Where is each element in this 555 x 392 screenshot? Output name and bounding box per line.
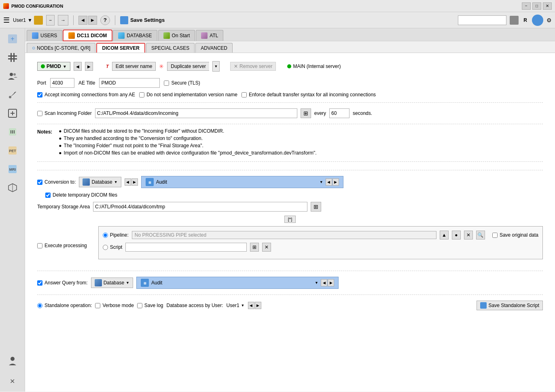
pipeline-radio-label[interactable]: Pipeline: [103,232,129,238]
tab-advanced[interactable]: ADVANCED [195,43,233,53]
server-dropdown[interactable]: PMOD ▼ [37,62,70,71]
save-log-checkbox[interactable] [137,303,142,308]
scan-incoming-label[interactable]: Scan Incoming Folder [37,110,92,116]
seconds-input[interactable] [329,108,350,118]
tab-users[interactable]: USERS [27,30,62,41]
pipeline-circle-button[interactable]: ● [452,231,461,239]
secure-tls-checkbox[interactable] [164,81,169,86]
sidebar-item-person[interactable] [2,352,23,370]
conversion-type-dropdown[interactable]: Database ▼ [79,177,121,187]
conversion-checkbox-label[interactable]: Conversion to: [37,179,76,185]
script-radio[interactable] [103,245,108,250]
remove-server-button[interactable]: ✕ Remove server [230,62,276,71]
accept-incoming-checkbox[interactable] [37,92,42,97]
expand-button[interactable]: [*] [284,216,296,223]
script-browse-button[interactable]: ⊞ [250,243,259,252]
db-user-prev-button[interactable]: ◀ [248,302,254,309]
sidebar-item-pet[interactable]: PET [2,142,23,159]
tab-nodes[interactable]: ⊙ NODEs [C-STORE, Q/R] [27,43,95,53]
ae-title-input[interactable] [99,78,160,88]
query-destination-dropdown[interactable]: ⊞ Audit ▼ ◀ ▶ [136,277,339,289]
accept-incoming-label[interactable]: Accept incoming connections from any AE [37,92,135,97]
tab-atl[interactable]: ATL [196,30,223,41]
help-button[interactable]: ? [100,15,110,25]
tab-database[interactable]: DATABASE [113,30,157,41]
edit-server-button[interactable]: Edit server name [112,62,156,71]
save-log-label[interactable]: Save log [137,303,163,308]
sidebar-item-grid[interactable] [2,49,23,66]
script-x-button[interactable]: ✕ [262,243,271,252]
delete-temp-label[interactable]: Delete temporary DICOM files [45,192,117,198]
audit-destination-dropdown[interactable]: ⊞ Audit ▼ ◀ ▶ [141,176,343,188]
sidebar-item-close[interactable]: ✕ [2,372,23,390]
minimize-button[interactable]: − [522,2,531,10]
db-user-selector[interactable]: User1 ▼ [227,303,245,308]
avatar[interactable] [532,15,543,26]
duplicate-server-button[interactable]: Duplicate server [167,62,209,71]
script-input[interactable] [125,243,247,252]
user-selector[interactable]: User1 ▼ [13,16,43,25]
incoming-browse-button[interactable]: ⊞ [301,108,311,118]
enforce-transfer-label[interactable]: Enforce default transfer syntax for all … [241,92,376,97]
script-radio-label[interactable]: Script [103,244,123,250]
maximize-button[interactable]: □ [532,2,541,10]
server-next-button[interactable]: ▶ [85,62,93,71]
no-impl-version-label[interactable]: Do not send implementation version name [139,92,237,97]
answer-query-label[interactable]: Answer Query from: [37,280,88,286]
conv-prev-button[interactable]: ◀ [125,178,131,186]
tab-dicom[interactable]: DC11 DICOM [63,30,112,41]
no-impl-version-checkbox[interactable] [139,92,144,97]
conversion-checkbox[interactable] [37,180,42,185]
pipeline-x-button[interactable]: ✕ [464,231,473,239]
pipeline-search-button[interactable]: 🔍 [476,231,485,239]
sidebar-item-users[interactable] [2,67,23,85]
verbose-mode-checkbox[interactable] [95,303,100,308]
view-icon[interactable] [510,16,519,25]
sidebar-item-add[interactable]: + [2,30,23,48]
hamburger-menu[interactable]: ☰ [3,16,10,25]
pipeline-up-button[interactable]: ▲ [440,231,449,239]
sidebar-item-plus-box[interactable] [2,104,23,122]
search-input[interactable] [458,15,506,25]
tab-special-cases[interactable]: SPECIAL CASES [146,43,195,53]
audit-next-button[interactable]: ▶ [333,178,339,186]
port-input[interactable] [50,78,74,88]
save-standalone-script-button[interactable]: Save Standalone Script [477,301,543,310]
nav-left-button[interactable]: ◀ [78,16,87,25]
sidebar-item-3d[interactable] [2,179,23,197]
query-type-dropdown[interactable]: Database ▼ [91,278,133,288]
db-user-next-button[interactable]: ▶ [255,302,261,309]
settings-icon[interactable]: ⚙ [547,17,552,23]
standalone-radio[interactable] [37,303,42,308]
execute-processing-checkbox[interactable] [37,243,42,248]
sidebar-item-tools[interactable] [2,123,23,141]
delete-temp-checkbox[interactable] [45,193,51,198]
scan-incoming-checkbox[interactable] [37,111,42,116]
server-prev-button[interactable]: ◀ [74,62,82,71]
tab-dicom-server[interactable]: DICOM SERVER [96,43,145,53]
sidebar-item-wrench[interactable] [2,86,23,104]
temp-storage-input[interactable] [93,202,307,212]
save-original-label[interactable]: Save original data [492,232,538,238]
secure-tls-label[interactable]: Secure (TLS) [164,80,200,86]
verbose-mode-label[interactable]: Verbose mode [95,303,133,308]
save-settings-button[interactable]: Save Settings [120,16,165,24]
audit-prev-button[interactable]: ◀ [326,178,332,186]
query-prev-button[interactable]: ◀ [321,279,327,286]
tab-onstart[interactable]: On Start [158,30,195,41]
standalone-label[interactable]: Standalone operation: [37,303,92,308]
close-button[interactable]: ✕ [543,2,552,10]
temp-browse-button[interactable]: ⊞ [311,202,321,212]
enforce-transfer-checkbox[interactable] [241,92,247,97]
incoming-path-input[interactable] [95,108,297,118]
execute-processing-label[interactable]: Execute processing [37,243,87,248]
pipeline-radio[interactable] [103,233,108,238]
back-button[interactable]: − [46,15,55,25]
query-next-button[interactable]: ▶ [328,279,334,286]
conv-next-button[interactable]: ▶ [131,178,138,186]
duplicate-dropdown-button[interactable]: ▼ [212,61,220,72]
save-original-checkbox[interactable] [492,233,498,238]
answer-query-checkbox[interactable] [37,280,42,286]
nav-right-button[interactable]: ▶ [88,16,97,25]
forward-button[interactable]: → [58,15,68,25]
